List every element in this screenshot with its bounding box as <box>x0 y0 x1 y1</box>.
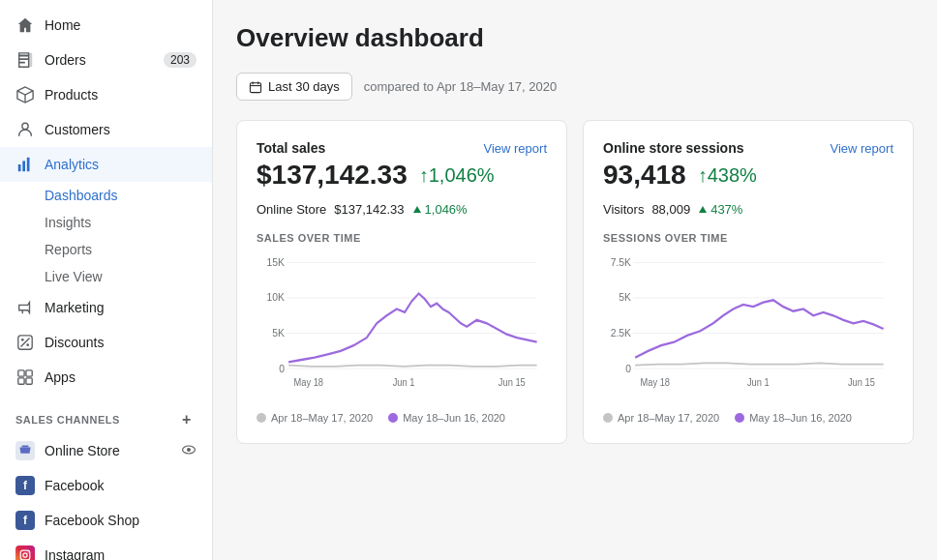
sessions-change: ↑438% <box>698 164 757 187</box>
sessions-chart-section: SESSIONS OVER TIME 7.5K 5K 2.5K 0 <box>603 232 893 424</box>
sales-chart: 15K 10K 5K 0 May 18 Jun 1 Jun 15 <box>257 251 547 406</box>
customers-icon <box>15 120 35 139</box>
instagram-icon <box>15 545 35 560</box>
up-arrow-icon <box>412 205 422 215</box>
subnav-insights[interactable]: Insights <box>45 209 212 236</box>
cards-row: Total sales View report $137,142.33 ↑1,0… <box>236 120 914 444</box>
online-store-icon <box>15 441 35 460</box>
svg-text:Jun 15: Jun 15 <box>848 377 875 389</box>
sidebar-item-home[interactable]: Home <box>0 8 212 43</box>
svg-text:Jun 1: Jun 1 <box>747 377 770 389</box>
legend-prev-dot <box>257 413 266 423</box>
sidebar-item-discounts[interactable]: Discounts <box>0 325 212 360</box>
sessions-view-report[interactable]: View report <box>830 141 893 156</box>
total-sales-view-report[interactable]: View report <box>483 141 547 156</box>
svg-point-5 <box>22 123 28 129</box>
svg-point-10 <box>21 339 24 341</box>
total-sales-metric-row: $137,142.33 ↑1,046% <box>257 160 547 191</box>
svg-rect-24 <box>250 82 260 92</box>
orders-badge: 203 <box>164 52 196 68</box>
sidebar-item-marketing[interactable]: Marketing <box>0 290 212 325</box>
channel-facebook[interactable]: f Facebook <box>0 468 212 503</box>
total-sales-sub-metric: Online Store $137,142.33 1,046% <box>257 202 547 217</box>
sessions-chart-label: SESSIONS OVER TIME <box>603 232 893 244</box>
svg-text:May 18: May 18 <box>294 377 324 389</box>
legend-curr-sales: May 18–Jun 16, 2020 <box>388 412 505 424</box>
sidebar-item-orders[interactable]: Orders 203 <box>0 43 212 77</box>
total-sales-change: ↑1,046% <box>419 164 495 187</box>
facebook-icon: f <box>15 476 35 495</box>
svg-rect-17 <box>26 378 32 384</box>
svg-rect-6 <box>18 164 21 171</box>
compare-text: compared to Apr 18–May 17, 2020 <box>364 79 557 94</box>
svg-text:5K: 5K <box>272 327 285 339</box>
channel-online-store[interactable]: Online Store <box>0 433 212 468</box>
channel-instagram[interactable]: Instagram <box>0 538 212 560</box>
svg-text:10K: 10K <box>267 291 286 304</box>
subnav-dashboards[interactable]: Dashboards <box>45 182 212 209</box>
visitors-up-icon <box>698 205 708 215</box>
home-icon <box>15 15 35 35</box>
svg-rect-1 <box>18 58 29 60</box>
analytics-subnav: Dashboards Insights Reports Live View <box>0 182 212 290</box>
calendar-icon <box>249 80 262 94</box>
sessions-legend-prev-dot <box>603 413 613 423</box>
sessions-chart: 7.5K 5K 2.5K 0 May 18 Jun 1 Jun 15 <box>603 251 893 406</box>
svg-text:May 18: May 18 <box>641 377 671 389</box>
orders-icon <box>15 50 35 70</box>
svg-point-20 <box>187 448 191 452</box>
add-channel-button[interactable]: + <box>177 410 196 429</box>
sidebar-item-apps[interactable]: Apps <box>0 360 212 395</box>
online-store-visibility-icon[interactable] <box>181 442 196 460</box>
sidebar-item-products[interactable]: Products <box>0 77 212 112</box>
total-sales-header: Total sales View report <box>257 140 547 156</box>
svg-marker-28 <box>413 206 421 213</box>
main-content: Overview dashboard Last 30 days compared… <box>213 0 937 560</box>
svg-rect-8 <box>27 158 30 171</box>
svg-marker-40 <box>699 206 707 213</box>
sidebar-nav: Home Orders 203 Products Customers <box>0 0 212 560</box>
sub-change: 1,046% <box>412 202 468 217</box>
legend-prev-sessions: Apr 18–May 17, 2020 <box>603 412 719 424</box>
svg-rect-15 <box>26 370 32 376</box>
total-sales-card: Total sales View report $137,142.33 ↑1,0… <box>236 120 567 444</box>
legend-prev-sales: Apr 18–May 17, 2020 <box>257 412 373 424</box>
visitors-label: Visitors <box>603 202 644 217</box>
total-sales-chart-section: SALES OVER TIME 15K 10K 5K 0 <box>257 232 547 424</box>
apps-icon <box>15 368 35 387</box>
legend-curr-dot <box>388 413 398 423</box>
sessions-card: Online store sessions View report 93,418… <box>583 120 914 444</box>
sidebar: Home Orders 203 Products Customers <box>0 0 213 560</box>
sessions-sub-metric: Visitors 88,009 437% <box>603 202 893 217</box>
channel-facebook-shop[interactable]: f Facebook Shop <box>0 503 212 538</box>
sessions-metric-row: 93,418 ↑438% <box>603 160 893 191</box>
date-range-button[interactable]: Last 30 days <box>236 73 352 101</box>
sales-chart-legend: Apr 18–May 17, 2020 May 18–Jun 16, 2020 <box>257 412 547 424</box>
svg-text:5K: 5K <box>619 291 631 304</box>
sessions-legend-curr-dot <box>735 413 744 423</box>
sub-value: $137,142.33 <box>334 202 404 217</box>
svg-rect-18 <box>22 445 29 447</box>
legend-curr-sessions: May 18–Jun 16, 2020 <box>735 412 852 424</box>
subnav-reports[interactable]: Reports <box>45 236 212 263</box>
total-sales-title: Total sales <box>257 140 325 156</box>
svg-point-22 <box>23 553 27 557</box>
sidebar-item-analytics[interactable]: Analytics <box>0 147 212 182</box>
subnav-liveview[interactable]: Live View <box>45 263 212 290</box>
svg-text:Jun 15: Jun 15 <box>499 377 526 389</box>
discounts-icon <box>15 333 35 352</box>
svg-text:0: 0 <box>625 362 631 374</box>
sidebar-item-customers[interactable]: Customers <box>0 112 212 147</box>
svg-text:Jun 1: Jun 1 <box>393 377 415 389</box>
svg-rect-16 <box>18 378 24 384</box>
svg-point-23 <box>27 551 28 552</box>
svg-text:0: 0 <box>279 362 285 374</box>
sessions-chart-container: 7.5K 5K 2.5K 0 May 18 Jun 1 Jun 15 <box>603 251 893 406</box>
svg-point-11 <box>26 343 29 346</box>
marketing-icon <box>15 298 35 317</box>
svg-rect-14 <box>18 370 24 376</box>
svg-rect-7 <box>22 161 25 171</box>
visitors-change: 437% <box>698 202 742 217</box>
sessions-chart-legend: Apr 18–May 17, 2020 May 18–Jun 16, 2020 <box>603 412 893 424</box>
sales-chart-label: SALES OVER TIME <box>257 232 547 244</box>
